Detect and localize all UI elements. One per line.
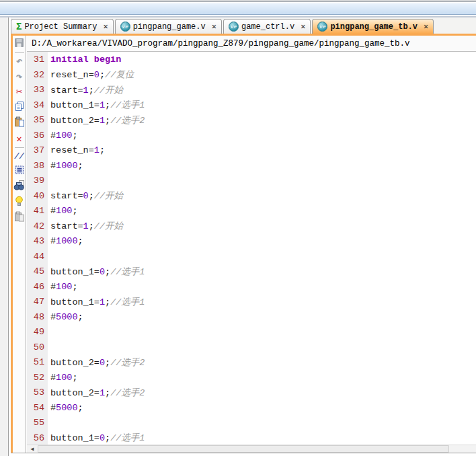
chrome-gradient-band	[0, 3, 476, 14]
line-number: 52	[27, 373, 44, 383]
code-line[interactable]: 50	[27, 340, 476, 355]
code-line[interactable]: 55	[27, 415, 476, 430]
redo-icon: ↷	[16, 72, 23, 83]
code-text: reset_n=1;	[50, 145, 105, 155]
code-line[interactable]: 54#5000;	[27, 400, 476, 416]
paste-icon	[14, 116, 25, 130]
block-select-button[interactable]	[13, 165, 26, 179]
code-line[interactable]: 35button_2=1;//选手2	[27, 112, 476, 128]
code-line[interactable]: 42start=1;//开始	[27, 219, 476, 234]
line-number: 49	[27, 327, 44, 337]
tab-close-icon[interactable]: ✕	[424, 22, 428, 32]
dashed-block-icon	[14, 165, 25, 179]
paste-special-button[interactable]	[13, 211, 26, 225]
copy-button[interactable]	[13, 101, 26, 115]
code-text: button_2=1;//选手2	[50, 114, 145, 126]
line-number: 56	[27, 433, 44, 443]
line-number: 45	[27, 266, 44, 276]
sigma-icon: Σ	[16, 22, 22, 32]
scrollbar-thumb[interactable]	[38, 445, 449, 453]
floppy-icon	[14, 38, 24, 51]
line-number: 48	[27, 312, 44, 322]
code-text: #5000;	[50, 312, 83, 322]
delete-button[interactable]: ✕	[13, 132, 26, 146]
paste-button[interactable]	[13, 116, 26, 130]
tab-close-icon[interactable]: ✕	[103, 22, 108, 32]
panel-bottom-border	[11, 453, 476, 453]
line-number: 44	[27, 252, 44, 262]
cut-button[interactable]: ✂	[13, 85, 26, 100]
code-line[interactable]: 53button_2=1;//选手2	[27, 385, 476, 400]
line-number: 31	[27, 54, 44, 65]
clipboard-gray-icon	[14, 211, 25, 225]
undo-button[interactable]: ↶	[13, 54, 26, 69]
tab-close-icon[interactable]: ✕	[212, 22, 216, 32]
editor-side-toolbar: ↶↷✂✕//	[13, 36, 26, 453]
code-line[interactable]: 48#5000;	[27, 309, 476, 325]
code-text: start=1;//开始	[50, 84, 123, 96]
code-text: button_2=0;//选手2	[50, 356, 145, 369]
save-button[interactable]	[13, 37, 26, 51]
line-number: 50	[27, 342, 44, 352]
tab-pingpang-game-tb-v[interactable]: vepingpang_game_tb.v✕	[312, 19, 434, 34]
line-number: 41	[27, 206, 44, 216]
line-number: 55	[27, 418, 44, 428]
code-text: #100;	[50, 373, 78, 383]
code-line[interactable]: 56button_1=0;//选手1	[27, 430, 476, 445]
code-line[interactable]: 32reset_n=0;//复位	[27, 67, 476, 83]
delete-x-icon: ✕	[16, 135, 22, 144]
lightbulb-icon	[14, 196, 24, 210]
code-line[interactable]: 46#100;	[27, 279, 476, 295]
code-text: #1000;	[50, 236, 83, 246]
code-line[interactable]: 39	[27, 173, 476, 188]
code-line[interactable]: 47button_1=1;//选手1	[27, 294, 476, 309]
code-line[interactable]: 37reset_n=1;	[27, 143, 476, 158]
toolbar-separator	[15, 52, 24, 53]
scroll-left-arrow-icon[interactable]: ◀	[27, 447, 38, 452]
code-line[interactable]: 36#100;	[27, 128, 476, 143]
verilog-file-icon: ve	[120, 22, 130, 32]
tab-close-icon[interactable]: ✕	[301, 22, 305, 32]
code-text: #1000;	[50, 161, 83, 171]
tips-button[interactable]	[13, 196, 26, 210]
code-line[interactable]: 31initial begin	[27, 52, 476, 67]
editor-tab-bar: ΣProject Summary✕vepingpang_game.v✕vegam…	[11, 17, 476, 34]
code-line[interactable]: 33start=1;//开始	[27, 82, 476, 98]
code-line[interactable]: 45button_1=0;//选手1	[27, 264, 476, 279]
tab-label: pingpang_game_tb.v	[330, 22, 418, 32]
code-line[interactable]: 52#100;	[27, 370, 476, 385]
copy-icon	[14, 101, 25, 115]
toolbar-separator	[15, 147, 24, 148]
code-line[interactable]: 38#1000;	[27, 158, 476, 174]
line-number: 32	[27, 70, 44, 80]
code-line[interactable]: 41#100;	[27, 203, 476, 219]
tab-game-ctrl-v[interactable]: vegame_ctrl.v✕	[223, 19, 311, 34]
undo-icon: ↶	[16, 56, 23, 67]
code-text: button_2=1;//选手2	[50, 387, 145, 399]
code-line[interactable]: 43#1000;	[27, 233, 476, 249]
line-number: 37	[27, 145, 44, 155]
vivado-code-editor-window: ΣProject Summary✕vepingpang_game.v✕vegam…	[0, 0, 476, 456]
tab-label: Project Summary	[24, 22, 97, 32]
code-line[interactable]: 51button_2=0;//选手2	[27, 354, 476, 370]
find-replace-button[interactable]	[13, 180, 26, 194]
redo-button[interactable]: ↷	[13, 70, 26, 84]
tab-pingpang-game-v[interactable]: vepingpang_game.v✕	[115, 19, 222, 34]
code-line[interactable]: 44	[27, 249, 476, 264]
code-line[interactable]: 40start=0;//开始	[27, 188, 476, 204]
code-text: button_1=1;//选手1	[50, 99, 145, 111]
toggle-comment-button[interactable]: //	[13, 149, 26, 163]
line-number: 46	[27, 282, 44, 292]
tab-project-summary[interactable]: ΣProject Summary✕	[11, 19, 114, 34]
line-number: 36	[27, 130, 44, 141]
code-text: #5000;	[50, 403, 83, 413]
verilog-file-icon: ve	[229, 22, 239, 32]
code-line[interactable]: 34button_1=1;//选手1	[27, 98, 476, 113]
code-editor-area[interactable]: 31initial begin32reset_n=0;//复位33start=1…	[27, 52, 476, 445]
code-line[interactable]: 49	[27, 324, 476, 340]
file-path-bar: D:/A_workarea/VIVADO_program/pingpang_Z8…	[27, 36, 476, 52]
comment-slashes-icon: //	[14, 153, 24, 161]
horizontal-scrollbar[interactable]: ◀	[27, 445, 476, 453]
line-number: 42	[27, 221, 44, 231]
code-text: start=1;//开始	[50, 220, 123, 232]
